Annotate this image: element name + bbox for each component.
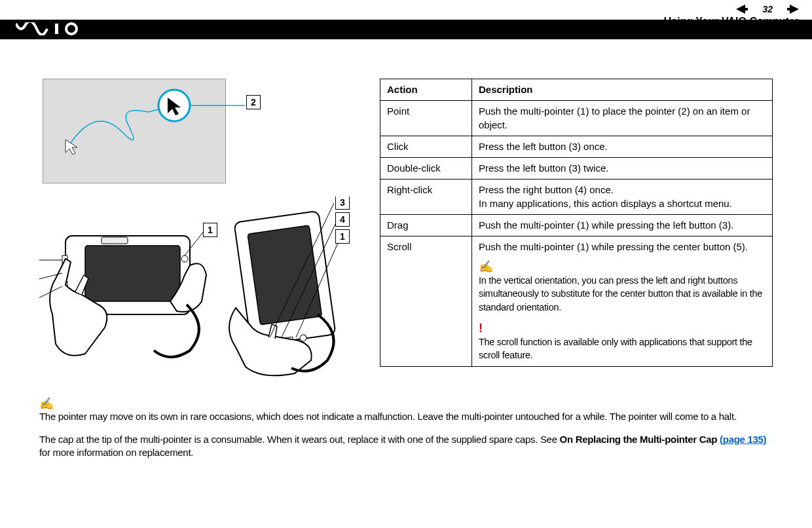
callout-left-1: 1 xyxy=(203,223,217,237)
callout-right-3: 3 xyxy=(335,197,350,210)
note-icon: ✍ xyxy=(39,396,773,411)
table-row: Right-click Press the right button (4) o… xyxy=(380,179,773,215)
svg-rect-2 xyxy=(787,8,790,10)
svg-point-16 xyxy=(181,255,188,262)
table-row: Click Press the left button (3) once. xyxy=(380,136,773,157)
table-row: Scroll Push the multi-pointer (1) while … xyxy=(380,236,773,367)
nav-prev-icon[interactable] xyxy=(736,5,757,14)
warning-icon: ! xyxy=(479,320,766,336)
svg-rect-11 xyxy=(85,246,180,301)
callout-2: 2 xyxy=(246,95,261,109)
svg-rect-4 xyxy=(55,24,58,34)
actions-table: Action Description Point Push the multi-… xyxy=(380,79,773,367)
callout-right-1: 1 xyxy=(335,229,350,244)
callout-right-4: 4 xyxy=(335,212,350,227)
svg-rect-1 xyxy=(745,8,748,10)
footer-notes: ✍ The pointer may move on its own in rar… xyxy=(0,380,812,459)
nav-next-icon[interactable] xyxy=(778,5,799,14)
device-hands-diagram: 1 3 4 5 xyxy=(39,197,354,380)
svg-rect-12 xyxy=(101,237,128,244)
col-action: Action xyxy=(380,79,472,101)
svg-rect-22 xyxy=(248,225,322,325)
note-icon: ✍ xyxy=(479,259,766,274)
svg-point-5 xyxy=(66,24,77,34)
page-number: 32 xyxy=(762,4,773,14)
page-link-135[interactable]: (page 135) xyxy=(720,434,766,445)
table-row: Double-click Press the left button (3) t… xyxy=(380,158,773,179)
vaio-logo xyxy=(16,22,94,35)
svg-marker-3 xyxy=(790,5,799,14)
table-row: Point Push the multi-pointer (1) to plac… xyxy=(380,101,773,136)
col-description: Description xyxy=(472,79,773,101)
pointer-screen-diagram: 2 xyxy=(43,79,226,183)
table-row: Drag Push the multi-pointer (1) while pr… xyxy=(380,214,773,236)
svg-marker-0 xyxy=(736,5,745,14)
